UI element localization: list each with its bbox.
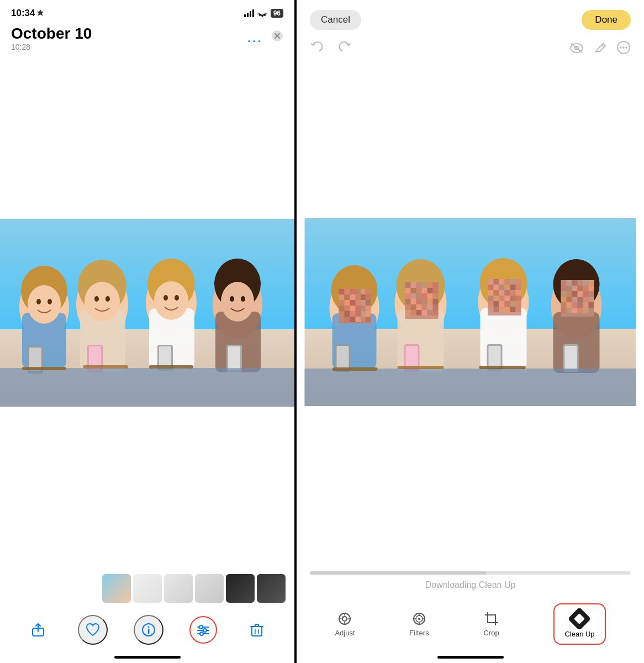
thumbnail-1[interactable] xyxy=(102,574,131,603)
svg-rect-228 xyxy=(561,308,567,313)
crop-tool[interactable]: Crop xyxy=(483,611,499,637)
done-button[interactable]: Done xyxy=(582,10,631,30)
svg-rect-181 xyxy=(494,301,499,307)
filters-tool[interactable]: Filters xyxy=(409,611,429,637)
close-button[interactable] xyxy=(271,30,283,45)
info-icon xyxy=(141,623,156,637)
svg-rect-190 xyxy=(510,307,516,312)
svg-rect-91 xyxy=(345,306,350,311)
svg-point-64 xyxy=(622,46,625,49)
svg-rect-103 xyxy=(345,317,350,322)
share-icon xyxy=(31,623,45,637)
cleanup-highlighted-box: Clean Up xyxy=(553,603,605,645)
svg-rect-161 xyxy=(516,279,521,285)
thumbnail-strip xyxy=(0,569,294,608)
photo-container xyxy=(0,219,294,407)
thumbnail-4[interactable] xyxy=(195,574,224,603)
svg-rect-216 xyxy=(561,297,567,302)
more-edit-button[interactable] xyxy=(616,40,631,58)
svg-rect-171 xyxy=(505,290,510,296)
hide-button[interactable] xyxy=(569,40,584,58)
favorite-button[interactable] xyxy=(78,615,108,645)
share-button[interactable] xyxy=(24,616,52,644)
svg-rect-202 xyxy=(583,280,589,286)
downloading-label: Downloading Clean Up xyxy=(310,580,631,590)
more-options-button[interactable]: ... xyxy=(247,29,262,46)
svg-rect-95 xyxy=(366,306,371,311)
edit-bottom-toolbar: Adjust Filters Crop xyxy=(297,597,644,656)
undo-redo-tools xyxy=(310,40,352,59)
header-action-buttons: ... xyxy=(247,29,283,46)
eye-slash-icon xyxy=(569,43,584,54)
svg-rect-233 xyxy=(589,308,594,313)
svg-rect-221 xyxy=(589,297,594,302)
info-button[interactable] xyxy=(134,615,163,645)
svg-rect-78 xyxy=(339,294,345,300)
svg-rect-222 xyxy=(561,302,567,308)
svg-rect-208 xyxy=(583,286,589,291)
svg-point-22 xyxy=(94,296,99,302)
svg-point-29 xyxy=(154,281,188,320)
svg-point-49 xyxy=(147,627,149,628)
svg-rect-2 xyxy=(250,11,251,17)
home-indicator-right xyxy=(437,656,504,659)
svg-rect-129 xyxy=(422,293,427,299)
svg-rect-45 xyxy=(149,365,193,369)
downloading-area: Downloading Clean Up xyxy=(297,560,644,597)
svg-rect-44 xyxy=(83,365,128,369)
svg-rect-41 xyxy=(228,346,240,370)
svg-rect-163 xyxy=(494,285,499,290)
svg-rect-125 xyxy=(433,288,439,293)
svg-rect-164 xyxy=(499,285,505,290)
thumbnail-2[interactable] xyxy=(133,574,162,603)
redo-icon xyxy=(336,40,352,55)
edit-tools-row xyxy=(297,36,644,64)
undo-button[interactable] xyxy=(310,40,325,59)
adjust-tool[interactable]: Adjust xyxy=(335,611,355,637)
progress-track xyxy=(310,571,631,575)
adjust-button[interactable] xyxy=(189,616,217,644)
svg-rect-193 xyxy=(489,346,501,368)
edit-photo-area xyxy=(297,64,644,560)
svg-rect-170 xyxy=(499,290,505,296)
svg-rect-105 xyxy=(356,317,361,322)
svg-point-55 xyxy=(200,632,203,635)
svg-rect-84 xyxy=(339,300,345,306)
photo-scene xyxy=(0,219,294,407)
svg-rect-226 xyxy=(583,302,589,308)
thumbnail-6[interactable] xyxy=(257,574,286,603)
thumbnail-3[interactable] xyxy=(164,574,193,603)
svg-rect-1 xyxy=(247,13,249,17)
photo-time-subtitle: 10:28 xyxy=(11,43,92,51)
svg-rect-200 xyxy=(572,280,578,286)
thumbnail-5[interactable] xyxy=(226,574,255,603)
svg-rect-0 xyxy=(244,14,246,17)
redo-button[interactable] xyxy=(336,40,352,59)
svg-point-38 xyxy=(230,296,234,302)
svg-rect-141 xyxy=(422,304,427,310)
cancel-button[interactable]: Cancel xyxy=(310,10,361,30)
svg-rect-157 xyxy=(494,279,499,285)
svg-rect-101 xyxy=(366,311,371,317)
sliders-icon xyxy=(196,623,210,637)
svg-rect-175 xyxy=(494,296,499,301)
svg-rect-128 xyxy=(416,293,422,299)
undo-icon xyxy=(310,40,325,55)
svg-rect-158 xyxy=(499,279,505,285)
header-title-block: October 10 10:28 xyxy=(11,25,92,51)
svg-rect-133 xyxy=(411,299,416,304)
svg-rect-227 xyxy=(589,302,594,308)
svg-rect-114 xyxy=(405,282,411,288)
cleanup-tool[interactable]: Clean Up xyxy=(553,603,605,645)
markup-button[interactable] xyxy=(593,40,608,58)
svg-rect-127 xyxy=(411,293,416,299)
svg-rect-142 xyxy=(427,304,433,310)
svg-rect-156 xyxy=(488,279,494,285)
svg-point-30 xyxy=(163,295,168,301)
svg-point-13 xyxy=(28,285,61,324)
svg-point-14 xyxy=(36,299,41,304)
delete-button[interactable] xyxy=(243,616,271,644)
progress-fill xyxy=(310,571,487,575)
svg-rect-224 xyxy=(572,302,578,308)
svg-rect-184 xyxy=(510,301,516,307)
